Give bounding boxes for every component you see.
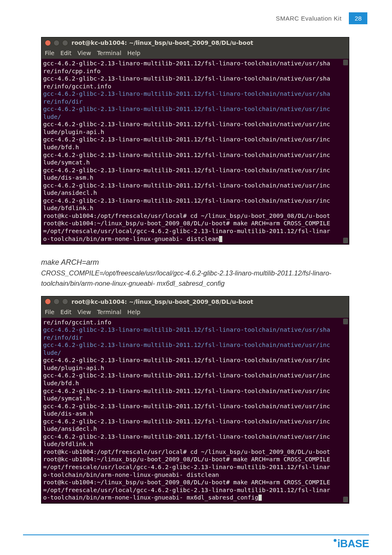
- command-rest: CROSS_COMPILE=/opt/freescale/usr/local/g…: [41, 268, 353, 289]
- cursor-icon: [258, 495, 262, 501]
- scrollbar-up-icon[interactable]: [343, 319, 348, 324]
- maximize-icon[interactable]: [62, 298, 68, 305]
- menu-file[interactable]: File: [45, 309, 54, 315]
- terminal-menubar: File Edit View Terminal Help: [42, 48, 349, 59]
- logo-dot-icon: [334, 539, 337, 542]
- terminal-title: root@kc-ub1004: ~/linux_bsp/u-boot_2009_…: [71, 39, 253, 46]
- header-title: SMARC Evaluation Kit: [276, 15, 341, 22]
- footer-divider: [23, 534, 369, 535]
- menu-file[interactable]: File: [45, 50, 54, 56]
- terminal-window-2: root@kc-ub1004: ~/linux_bsp/u-boot_2009_…: [41, 296, 349, 504]
- page-header: SMARC Evaluation Kit 28: [276, 12, 367, 24]
- terminal-titlebar[interactable]: root@kc-ub1004: ~/linux_bsp/u-boot_2009_…: [42, 37, 349, 48]
- logo-text: iBASE: [337, 537, 369, 550]
- terminal-output[interactable]: re/info/gccint.info gcc-4.6.2-glibc-2.13…: [42, 318, 349, 503]
- body-text: make ARCH=arm CROSS_COMPILE=/opt/freesca…: [41, 257, 353, 289]
- menu-edit[interactable]: Edit: [60, 50, 71, 56]
- menu-terminal[interactable]: Terminal: [97, 309, 121, 315]
- command-lead: make ARCH=arm: [41, 257, 353, 268]
- page-number: 28: [349, 12, 367, 24]
- menu-terminal[interactable]: Terminal: [97, 50, 121, 56]
- menu-help[interactable]: Help: [127, 50, 141, 56]
- terminal-title: root@kc-ub1004: ~/linux_bsp/u-boot_2009_…: [71, 298, 253, 305]
- scrollbar-up-icon[interactable]: [343, 60, 348, 65]
- menu-help[interactable]: Help: [127, 309, 141, 315]
- menu-edit[interactable]: Edit: [60, 309, 71, 315]
- scrollbar-down-icon[interactable]: [343, 238, 348, 243]
- terminal-window-1: root@kc-ub1004: ~/linux_bsp/u-boot_2009_…: [41, 37, 349, 245]
- scrollbar-down-icon[interactable]: [343, 497, 348, 502]
- terminal-titlebar[interactable]: root@kc-ub1004: ~/linux_bsp/u-boot_2009_…: [42, 296, 349, 307]
- terminal-output[interactable]: gcc-4.6.2-glibc-2.13-linaro-multilib-201…: [42, 59, 349, 244]
- footer-logo: iBASE: [334, 537, 369, 550]
- minimize-icon[interactable]: [53, 298, 60, 305]
- close-icon[interactable]: [45, 40, 51, 46]
- cursor-icon: [219, 236, 222, 242]
- close-icon[interactable]: [45, 298, 51, 305]
- terminal-menubar: File Edit View Terminal Help: [42, 307, 349, 318]
- window-buttons: [45, 40, 68, 46]
- window-buttons: [45, 298, 68, 305]
- menu-view[interactable]: View: [77, 309, 91, 315]
- maximize-icon[interactable]: [62, 40, 68, 46]
- menu-view[interactable]: View: [77, 50, 91, 56]
- minimize-icon[interactable]: [53, 40, 60, 46]
